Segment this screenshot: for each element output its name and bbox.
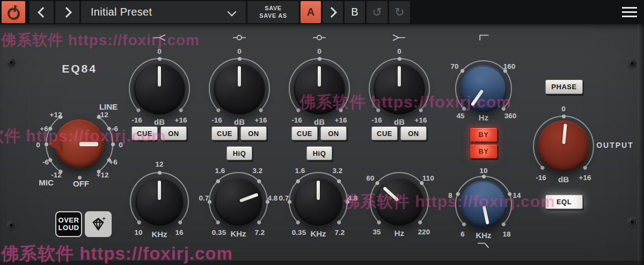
tick-label: 0	[36, 141, 40, 149]
tick-label: 160	[503, 62, 516, 70]
band1-freq-knob[interactable]	[135, 177, 184, 226]
tick-label: 8	[448, 191, 452, 199]
tick-label: 0.7	[199, 194, 209, 202]
output-knob[interactable]	[538, 120, 589, 172]
tick-label: 18	[502, 230, 510, 238]
band3-cue-button[interactable]: CUE	[291, 126, 318, 140]
bell-icon	[230, 33, 249, 42]
tick-label: -16	[371, 116, 382, 124]
band4-freq-knob[interactable]	[375, 177, 423, 226]
model-name: EQ84	[53, 62, 106, 75]
knob-pointer	[482, 205, 489, 225]
band4-gain-knob[interactable]	[374, 63, 425, 114]
eql-button[interactable]: EQL	[545, 195, 583, 209]
lpf-bypass-button[interactable]: BY	[470, 144, 497, 159]
tick-label: 4.8	[268, 194, 278, 202]
band3-freq-knob[interactable]	[294, 177, 342, 226]
tick-label: 16	[175, 228, 183, 237]
tick-dot	[111, 142, 115, 146]
band2-button-row: CUE ON	[211, 126, 267, 140]
save-button[interactable]: SAVE	[265, 5, 282, 11]
phase-button[interactable]: PHASE	[545, 80, 583, 94]
redo-icon: ↻	[394, 6, 404, 18]
tick-label: 10	[479, 167, 487, 175]
menu-button[interactable]	[619, 4, 640, 20]
overloud-logo: OVER LOUD	[55, 211, 112, 237]
titlebar: Initial Preset SAVE SAVE AS A B ↺ ↻	[0, 0, 644, 25]
band2-hiq-button[interactable]: HiQ	[226, 146, 252, 160]
tick-label: 220	[418, 228, 430, 236]
eq84-plugin-window: Initial Preset SAVE SAVE AS A B ↺ ↻ EQ84	[0, 0, 644, 265]
unit-label: KHz	[475, 231, 491, 240]
low-shelf-icon	[150, 33, 169, 42]
knob-pointer	[562, 124, 567, 145]
prev-preset-button[interactable]	[30, 1, 54, 23]
preset-slot-a-button[interactable]: A	[301, 1, 321, 23]
band2-gain-knob[interactable]	[214, 63, 265, 114]
knob-pointer	[239, 193, 259, 203]
band1-on-button[interactable]: ON	[160, 126, 187, 140]
band2-freq-knob[interactable]	[214, 177, 262, 226]
band2-cue-button[interactable]: CUE	[211, 126, 238, 140]
preset-selector[interactable]: Initial Preset	[81, 1, 246, 23]
chevron-left-icon	[38, 7, 48, 18]
undo-button[interactable]: ↺	[367, 1, 387, 23]
tick-label: -16	[131, 116, 142, 124]
tick-label: 0.7	[279, 194, 289, 202]
power-button[interactable]	[2, 1, 25, 23]
tick-label: +6	[40, 125, 48, 133]
band3-freq-knob-unit: 1.6 3.2 0.7 4.8 0.35 KHz 7.2	[278, 161, 358, 242]
band1-cue-button[interactable]: CUE	[131, 126, 158, 140]
undo-icon: ↺	[372, 6, 382, 18]
mic-label: MIC	[39, 178, 54, 187]
band3-gain-knob-unit: 0 -16 dB +16	[279, 48, 360, 129]
band1-button-row: CUE ON	[131, 126, 187, 140]
lpf-freq-knob[interactable]	[460, 181, 507, 228]
knob-pointer	[158, 66, 161, 87]
input-gain-knob[interactable]	[55, 119, 104, 169]
band4-freq-knob-unit: 60 110 35 Hz 220	[359, 161, 440, 242]
knob-pointer	[318, 66, 321, 87]
redo-button[interactable]: ↻	[389, 1, 410, 23]
band3-on-button[interactable]: ON	[320, 126, 347, 140]
band3-hiq-button[interactable]: HiQ	[306, 146, 332, 160]
next-preset-button[interactable]	[55, 1, 79, 23]
preset-slot-b-button[interactable]: B	[345, 1, 365, 23]
tick-label: -6	[112, 125, 118, 133]
band4-cue-button[interactable]: CUE	[371, 126, 398, 140]
tick-label: -16	[291, 116, 302, 124]
tick-label: 4.8	[348, 194, 358, 202]
tick-label: 360	[504, 112, 517, 120]
save-as-button[interactable]: SAVE AS	[259, 13, 287, 19]
hpf-bypass-button[interactable]: BY	[470, 127, 497, 142]
tick-label: 12	[155, 160, 163, 168]
tick-dot	[158, 171, 162, 175]
unit-label: dB	[558, 175, 569, 184]
power-icon	[6, 5, 20, 19]
band4-on-button[interactable]: ON	[400, 126, 427, 140]
band1-gain-knob[interactable]	[134, 63, 185, 114]
band2-on-button[interactable]: ON	[240, 126, 267, 140]
high-shelf-icon	[390, 33, 409, 42]
tick-label: +16	[255, 116, 267, 124]
preset-name: Initial Preset	[91, 6, 152, 18]
tick-label: 110	[422, 174, 434, 182]
unit-label: KHz	[230, 229, 246, 238]
band3-gain-knob[interactable]	[294, 63, 345, 114]
screw	[627, 217, 637, 227]
tick-label: 35	[372, 228, 380, 236]
knob-pointer	[398, 66, 401, 87]
tick-label: 0.35	[292, 228, 306, 237]
tick-label: 7.2	[255, 228, 265, 237]
hpf-freq-knob[interactable]	[460, 65, 507, 112]
tick-label: +12	[50, 111, 62, 119]
tick-label: 0	[317, 47, 321, 55]
tick-dot	[238, 57, 241, 61]
tick-label: 14	[513, 191, 521, 199]
screw	[6, 58, 16, 67]
chevron-down-icon	[228, 8, 237, 17]
band2-freq-knob-unit: 1.6 3.2 0.7 4.8 0.35 KHz 7.2	[198, 161, 279, 242]
logo-line: OVER	[58, 217, 79, 224]
tick-label: 0	[119, 141, 123, 149]
copy-a-to-b-button[interactable]	[323, 1, 343, 23]
